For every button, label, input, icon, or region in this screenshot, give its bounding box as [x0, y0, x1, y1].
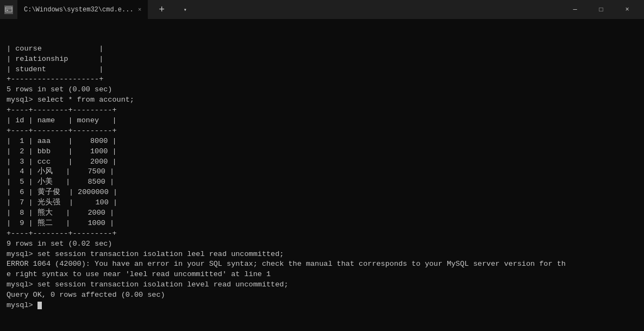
terminal-line: mysql>	[7, 301, 637, 311]
terminal-line: | student |	[7, 65, 637, 75]
new-tab-button[interactable]: +	[152, 0, 171, 19]
terminal-line: | course |	[7, 44, 637, 54]
svg-rect-2	[7, 10, 8, 11]
terminal-line: | relationship |	[7, 54, 637, 65]
title-bar: C:\Windows\system32\cmd.e... × + ▾ — □ ×	[0, 0, 644, 19]
svg-rect-0	[5, 7, 12, 12]
terminal-line: Query OK, 0 rows affected (0.00 sec)	[7, 290, 637, 301]
terminal-line: | 7 | 光头强 | 100 |	[7, 198, 637, 208]
title-bar-left: C:\Windows\system32\cmd.e... × + ▾	[4, 0, 195, 19]
window-controls: — □ ×	[562, 0, 640, 19]
terminal-window: C:\Windows\system32\cmd.e... × + ▾ — □ ×…	[0, 0, 644, 331]
terminal-line: | id | name | money |	[7, 116, 637, 126]
active-tab[interactable]: C:\Windows\system32\cmd.e... ×	[17, 0, 148, 19]
terminal-line: e right syntax to use near 'leel read un…	[7, 270, 637, 280]
maximize-button[interactable]: □	[589, 0, 614, 19]
tab-close-button[interactable]: ×	[138, 7, 142, 13]
terminal-line: ERROR 1064 (42000): You have an error in…	[7, 259, 637, 270]
terminal-body[interactable]: | course || relationship || student |+--…	[0, 19, 644, 331]
minimize-button[interactable]: —	[562, 0, 587, 19]
terminal-line: | 1 | aaa | 8000 |	[7, 136, 637, 147]
terminal-line: | 2 | bbb | 1000 |	[7, 147, 637, 157]
terminal-line: | 8 | 熊大 | 2000 |	[7, 208, 637, 218]
terminal-line: mysql> set session transaction isolation…	[7, 280, 637, 290]
terminal-line: | 3 | ccc | 2000 |	[7, 157, 637, 167]
terminal-line: | 6 | 黄子俊 | 2000000 |	[7, 188, 637, 198]
terminal-line: mysql> set session transaction isolation…	[7, 249, 637, 260]
terminal-line: mysql> select * from account;	[7, 95, 637, 105]
close-button[interactable]: ×	[615, 0, 640, 19]
terminal-line: | 5 | 小美 | 8500 |	[7, 177, 637, 188]
tab-dropdown-button[interactable]: ▾	[176, 0, 195, 19]
terminal-line: +----+--------+---------+	[7, 105, 637, 116]
tab-label: C:\Windows\system32\cmd.e...	[24, 6, 134, 14]
terminal-line: | 4 | 小风 | 7500 |	[7, 167, 637, 177]
terminal-line: +----+--------+---------+	[7, 126, 637, 136]
window-icon	[4, 5, 13, 14]
terminal-line: | 9 | 熊二 | 1000 |	[7, 218, 637, 229]
terminal-line: +--------------------+	[7, 74, 637, 85]
terminal-line: 5 rows in set (0.00 sec)	[7, 85, 637, 95]
terminal-line: 9 rows in set (0.02 sec)	[7, 239, 637, 249]
terminal-cursor	[37, 302, 42, 309]
terminal-line: +----+--------+---------+	[7, 229, 637, 239]
